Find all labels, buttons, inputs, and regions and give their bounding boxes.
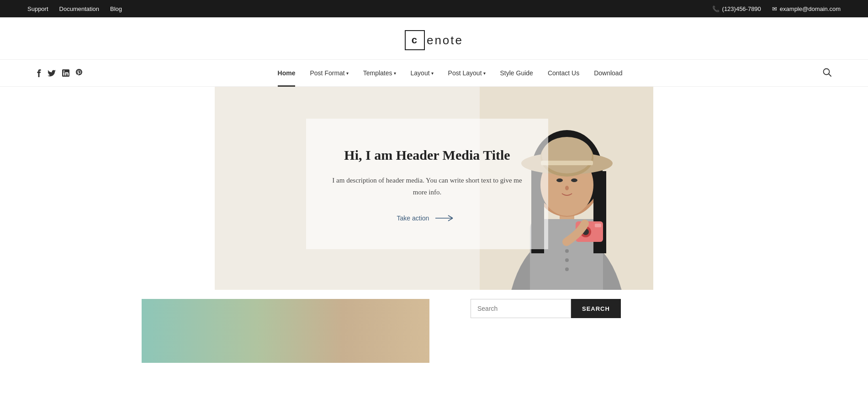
support-link[interactable]: Support xyxy=(27,5,48,12)
nav-wrapper: Home Post Format ▾ Templates ▾ Layout ▾ … xyxy=(0,59,868,87)
layout-chevron: ▾ xyxy=(431,71,434,76)
search-button[interactable]: SEARCH xyxy=(571,299,621,318)
bottom-section: SEARCH xyxy=(0,290,868,363)
email-info: ✉ example@domain.com xyxy=(772,5,841,12)
svg-point-11 xyxy=(556,178,563,182)
top-bar: Support Documentation Blog 📞 (123)456-78… xyxy=(0,0,868,17)
pinterest-link[interactable] xyxy=(76,69,82,77)
svg-point-13 xyxy=(565,186,569,190)
svg-line-26 xyxy=(448,215,453,218)
hero-title: Hi, I am Header Media Title xyxy=(329,146,525,164)
phone-info: 📞 (123)456-7890 xyxy=(712,5,761,12)
search-area: SEARCH xyxy=(471,299,868,318)
phone-icon: 📞 xyxy=(712,5,720,12)
hero-cta-label: Take action xyxy=(397,215,429,222)
nav-home[interactable]: Home xyxy=(270,59,303,87)
twitter-link[interactable] xyxy=(48,70,56,77)
site-logo[interactable]: C enote xyxy=(405,30,463,50)
nav-download[interactable]: Download xyxy=(587,59,630,87)
cta-arrow-icon xyxy=(435,215,457,222)
email-icon: ✉ xyxy=(772,5,777,12)
hero-content-box: Hi, I am Header Media Title I am descrip… xyxy=(306,119,548,249)
svg-line-27 xyxy=(448,218,453,221)
social-icons xyxy=(37,69,82,77)
post-layout-chevron: ▾ xyxy=(483,71,486,76)
facebook-link[interactable] xyxy=(37,69,41,77)
nav-contact-us[interactable]: Contact Us xyxy=(540,59,587,87)
svg-line-1 xyxy=(829,74,831,76)
post-format-chevron: ▾ xyxy=(346,71,349,76)
nav-post-layout[interactable]: Post Layout ▾ xyxy=(441,59,493,87)
nav-post-format[interactable]: Post Format ▾ xyxy=(302,59,355,87)
bottom-images-area xyxy=(142,299,429,363)
search-toggle-button[interactable] xyxy=(822,68,831,79)
svg-point-12 xyxy=(571,178,577,182)
svg-point-24 xyxy=(565,267,569,271)
hero-description: I am description of header media. You ca… xyxy=(329,175,525,198)
main-nav: Home Post Format ▾ Templates ▾ Layout ▾ … xyxy=(270,59,630,87)
nav-templates[interactable]: Templates ▾ xyxy=(356,59,403,87)
search-input[interactable] xyxy=(471,299,571,318)
documentation-link[interactable]: Documentation xyxy=(59,5,99,12)
hero-section: Hi, I am Header Media Title I am descrip… xyxy=(215,87,653,290)
templates-chevron: ▾ xyxy=(394,71,396,76)
logo-text: enote xyxy=(427,33,463,47)
nav-style-guide[interactable]: Style Guide xyxy=(493,59,540,87)
linkedin-link[interactable] xyxy=(62,69,69,77)
svg-rect-17 xyxy=(541,161,593,165)
svg-point-22 xyxy=(565,249,569,253)
email-address: example@domain.com xyxy=(780,5,841,12)
svg-rect-21 xyxy=(595,224,601,227)
hero-cta-button[interactable]: Take action xyxy=(329,215,525,222)
phone-number: (123)456-7890 xyxy=(722,5,761,12)
top-bar-contact: 📞 (123)456-7890 ✉ example@domain.com xyxy=(712,5,841,12)
svg-point-23 xyxy=(565,258,569,262)
top-bar-links: Support Documentation Blog xyxy=(27,5,122,12)
site-header: C enote xyxy=(0,17,868,59)
blog-link[interactable]: Blog xyxy=(110,5,122,12)
svg-point-16 xyxy=(542,137,592,173)
logo-box: C xyxy=(405,30,425,50)
nav-layout[interactable]: Layout ▾ xyxy=(403,59,441,87)
